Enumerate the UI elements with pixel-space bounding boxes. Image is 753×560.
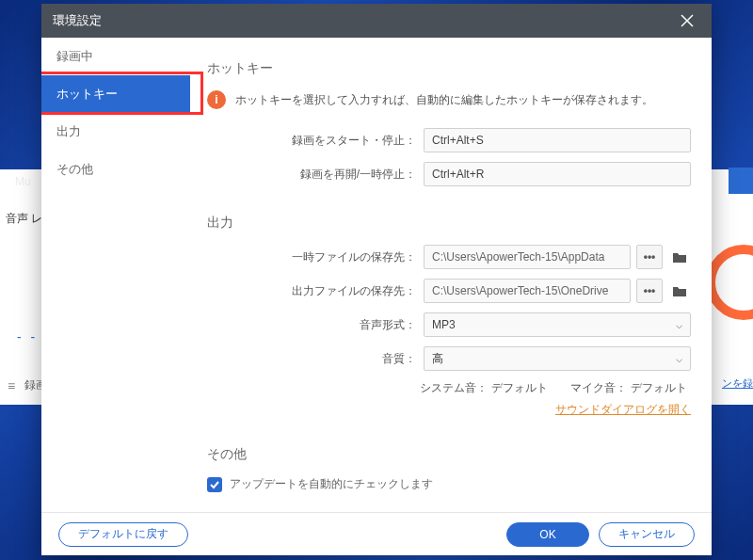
section-title-other: その他 [207, 446, 691, 463]
input-pause-resume[interactable] [424, 162, 691, 186]
chevron-down-icon: ⌵ [676, 318, 682, 331]
sidebar-item-other[interactable]: その他 [41, 151, 190, 188]
checkbox-auto-update[interactable] [207, 477, 222, 492]
dialog-title: 環境設定 [53, 12, 674, 29]
close-button[interactable] [674, 8, 700, 34]
sidebar: 録画中 ホットキー 出力 その他 [41, 38, 190, 188]
browse-output-button[interactable]: ••• [636, 279, 663, 303]
bg-audio-label: 音声 レ [6, 211, 42, 227]
sidebar-item-hotkey[interactable]: ホットキー [41, 75, 190, 113]
bg-right-button [729, 168, 753, 194]
content-pane: ホットキー i ホットキーを選択して入力すれば、自動的に編集したホットキーが保存… [190, 38, 712, 512]
row-auto-update: アップデートを自動的にチェックします [207, 476, 691, 492]
folder-icon [672, 284, 687, 297]
label-auto-update: アップデートを自動的にチェックします [230, 476, 433, 492]
close-icon [681, 14, 694, 27]
folder-icon [672, 250, 687, 264]
sidebar-item-output[interactable]: 出力 [41, 113, 190, 151]
label-format: 音声形式： [207, 317, 424, 333]
open-temp-folder-button[interactable] [668, 246, 691, 268]
titlebar: 環境設定 [41, 4, 712, 38]
sidebar-wrap: 録画中 ホットキー 出力 その他 [41, 38, 190, 512]
row-output-path: 出力ファイルの保存先： ••• [207, 279, 691, 303]
select-format-value: MP3 [432, 318, 456, 331]
select-quality-value: 高 [432, 351, 443, 367]
label-quality: 音質： [207, 351, 424, 367]
info-row: i ホットキーを選択して入力すれば、自動的に編集したホットキーが保存されます。 [207, 90, 691, 109]
select-quality[interactable]: 高 ⌵ [424, 346, 691, 371]
section-title-output: 出力 [207, 215, 691, 232]
sidebar-item-recording[interactable]: 録画中 [41, 38, 190, 75]
hamburger-icon: ≡ [8, 378, 15, 393]
settings-dialog: 環境設定 録画中 ホットキー 出力 その他 ホットキー i ホットキーを選択して… [41, 4, 712, 555]
row-temp-path: 一時ファイルの保存先： ••• [207, 245, 691, 269]
label-temp-path: 一時ファイルの保存先： [207, 249, 424, 265]
row-format: 音声形式： MP3 ⌵ [207, 312, 691, 337]
label-start-stop: 録画をスタート・停止： [207, 133, 424, 149]
check-icon [210, 480, 219, 489]
chevron-down-icon: ⌵ [676, 352, 682, 365]
section-title-hotkey: ホットキー [207, 60, 691, 77]
open-output-folder-button[interactable] [668, 280, 691, 302]
input-output-path[interactable] [424, 279, 631, 303]
select-format[interactable]: MP3 ⌵ [424, 312, 691, 337]
info-icon: i [207, 90, 226, 109]
open-sound-dialog-link[interactable]: サウンドダイアログを開く [555, 402, 691, 418]
browse-temp-button[interactable]: ••• [636, 245, 663, 269]
ok-button[interactable]: OK [506, 522, 589, 547]
info-text: ホットキーを選択して入力すれば、自動的に編集したホットキーが保存されます。 [235, 92, 653, 108]
row-quality: 音質： 高 ⌵ [207, 346, 691, 371]
sidebar-item-label: その他 [56, 161, 93, 178]
row-start-stop: 録画をスタート・停止： [207, 128, 691, 152]
dialog-body: 録画中 ホットキー 出力 その他 ホットキー i ホットキーを選択して入力すれば… [41, 38, 712, 512]
row-pause-resume: 録画を再開/一時停止： [207, 162, 691, 186]
cancel-button[interactable]: キャンセル [599, 522, 695, 547]
dialog-footer: デフォルトに戻す OK キャンセル [41, 512, 712, 555]
label-pause-resume: 録画を再開/一時停止： [207, 167, 424, 183]
input-temp-path[interactable] [424, 245, 631, 269]
bg-edge-link: ンを録 [722, 376, 753, 391]
sidebar-item-label: 出力 [56, 123, 81, 140]
label-mic-sound: マイク音：デフォルト [570, 380, 687, 396]
bg-mu-label: Mu [15, 175, 31, 188]
row-sound-defaults: システム音：デフォルト マイク音：デフォルト [207, 380, 691, 396]
input-start-stop[interactable] [424, 128, 691, 152]
reset-defaults-button[interactable]: デフォルトに戻す [58, 522, 188, 547]
sidebar-item-label: 録画中 [56, 48, 93, 65]
label-system-sound: システム音：デフォルト [420, 380, 548, 396]
sidebar-item-label: ホットキー [56, 86, 118, 103]
label-output-path: 出力ファイルの保存先： [207, 283, 424, 299]
